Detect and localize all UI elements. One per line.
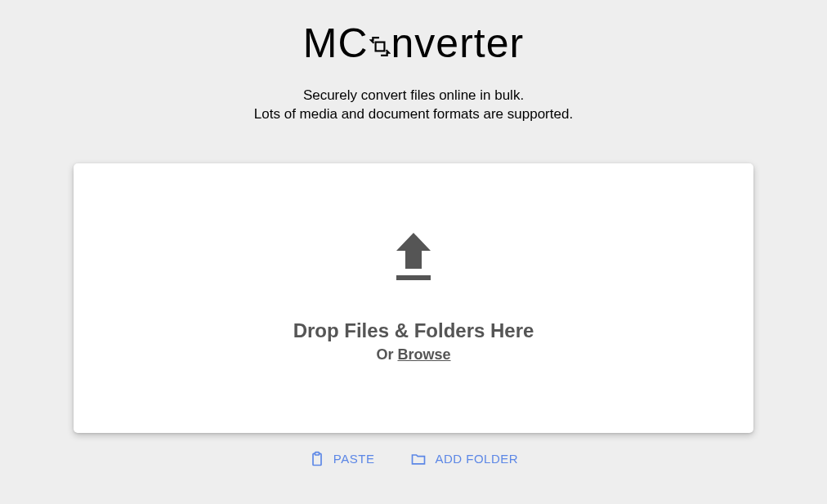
clipboard-icon (309, 451, 325, 467)
logo-prefix: MC (303, 23, 369, 64)
svg-rect-0 (375, 42, 384, 51)
paste-button[interactable]: PASTE (309, 451, 375, 467)
tagline-line2: Lots of media and document formats are s… (254, 105, 573, 124)
or-browse-line: Or Browse (376, 346, 450, 364)
dropzone[interactable]: Drop Files & Folders Here Or Browse (74, 163, 753, 433)
upload-icon (393, 233, 434, 285)
tagline: Securely convert files online in bulk. L… (254, 87, 573, 124)
convert-icon (369, 36, 391, 57)
svg-rect-3 (315, 453, 319, 455)
browse-link[interactable]: Browse (397, 346, 450, 363)
app-logo: MC nverter (303, 23, 524, 64)
folder-icon (410, 451, 427, 467)
logo-suffix: nverter (391, 23, 525, 64)
svg-rect-1 (396, 275, 431, 280)
tagline-line1: Securely convert files online in bulk. (254, 87, 573, 105)
or-text: Or (376, 346, 397, 363)
actions-bar: PASTE ADD FOLDER (309, 451, 518, 467)
paste-label: PASTE (333, 452, 375, 466)
add-folder-label: ADD FOLDER (435, 452, 518, 466)
add-folder-button[interactable]: ADD FOLDER (410, 451, 518, 467)
drop-text: Drop Files & Folders Here (293, 319, 534, 342)
